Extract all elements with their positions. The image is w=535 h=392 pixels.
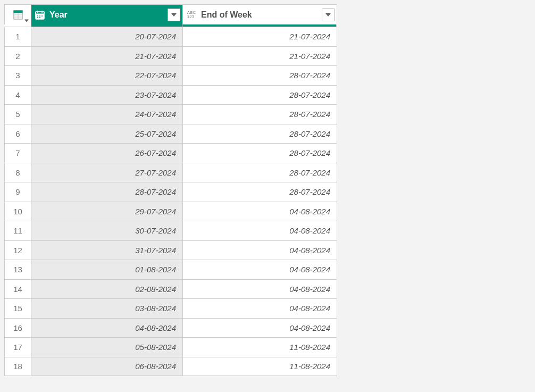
cell-year[interactable]: 25-07-2024: [31, 124, 182, 144]
cell-year[interactable]: 05-08-2024: [31, 337, 182, 357]
table-row[interactable]: 1402-08-202404-08-2024: [4, 279, 337, 299]
table-row[interactable]: 322-07-202428-07-2024: [4, 65, 337, 85]
column-name-end-of-week: End of Week: [200, 10, 322, 20]
chevron-down-icon: [325, 12, 331, 18]
svg-point-13: [41, 15, 43, 16]
cell-year[interactable]: 01-08-2024: [31, 260, 182, 279]
cell-end-of-week[interactable]: 21-07-2024: [182, 46, 337, 66]
table-menu-dropdown-icon[interactable]: [24, 19, 29, 23]
cell-end-of-week[interactable]: 28-07-2024: [182, 182, 337, 202]
svg-point-12: [39, 15, 40, 16]
table-row[interactable]: 726-07-202428-07-2024: [4, 143, 337, 163]
table-row[interactable]: 221-07-202421-07-2024: [4, 46, 337, 66]
row-number[interactable]: 16: [4, 318, 31, 338]
row-number[interactable]: 14: [4, 279, 31, 299]
table-icon: [13, 10, 23, 20]
row-number[interactable]: 11: [4, 221, 31, 240]
row-number[interactable]: 1: [4, 27, 31, 46]
column-header-end-of-week[interactable]: ABC123 End of Week: [182, 4, 337, 24]
row-number[interactable]: 8: [4, 163, 31, 182]
cell-year[interactable]: 21-07-2024: [31, 46, 182, 66]
cell-end-of-week[interactable]: 04-08-2024: [182, 318, 337, 338]
chevron-down-icon: [171, 12, 177, 18]
cell-end-of-week[interactable]: 11-08-2024: [182, 357, 337, 377]
row-number[interactable]: 15: [4, 298, 31, 318]
svg-point-15: [39, 17, 40, 18]
cell-year[interactable]: 28-07-2024: [31, 182, 182, 202]
cell-end-of-week[interactable]: 04-08-2024: [182, 279, 337, 299]
table-row[interactable]: 928-07-202428-07-2024: [4, 182, 337, 202]
row-number[interactable]: 9: [4, 182, 31, 202]
table-row[interactable]: 1604-08-202404-08-2024: [4, 318, 337, 338]
cell-year[interactable]: 04-08-2024: [31, 318, 182, 338]
column-filter-end-of-week[interactable]: [322, 9, 335, 21]
row-number[interactable]: 18: [4, 357, 31, 377]
row-number[interactable]: 3: [4, 65, 31, 85]
cell-end-of-week[interactable]: 11-08-2024: [182, 337, 337, 357]
table-row[interactable]: 524-07-202428-07-2024: [4, 104, 337, 124]
row-number[interactable]: 4: [4, 85, 31, 105]
row-number[interactable]: 12: [4, 240, 31, 260]
cell-year[interactable]: 30-07-2024: [31, 221, 182, 240]
cell-end-of-week[interactable]: 21-07-2024: [182, 27, 337, 46]
cell-year[interactable]: 29-07-2024: [31, 202, 182, 221]
cell-end-of-week[interactable]: 28-07-2024: [182, 104, 337, 124]
cell-year[interactable]: 24-07-2024: [31, 104, 182, 124]
column-name-year: Year: [48, 10, 168, 20]
cell-year[interactable]: 02-08-2024: [31, 279, 182, 299]
svg-rect-7: [36, 12, 44, 14]
row-number[interactable]: 10: [4, 202, 31, 221]
cell-year[interactable]: 23-07-2024: [31, 85, 182, 105]
table-row[interactable]: 625-07-202428-07-2024: [4, 124, 337, 144]
row-number[interactable]: 2: [4, 46, 31, 66]
cell-year[interactable]: 22-07-2024: [31, 65, 182, 85]
table-row[interactable]: 1301-08-202404-08-2024: [4, 260, 337, 279]
column-header-row: Year ABC123 End of Week: [4, 4, 337, 24]
date-type-icon[interactable]: [31, 10, 48, 20]
cell-end-of-week[interactable]: 28-07-2024: [182, 65, 337, 85]
cell-end-of-week[interactable]: 04-08-2024: [182, 202, 337, 221]
row-number[interactable]: 17: [4, 337, 31, 357]
table-row[interactable]: 827-07-202428-07-2024: [4, 163, 337, 182]
cell-end-of-week[interactable]: 04-08-2024: [182, 260, 337, 279]
table-row[interactable]: 1806-08-202411-08-2024: [4, 357, 337, 377]
table-row[interactable]: 120-07-202421-07-2024: [4, 27, 337, 46]
column-filter-year[interactable]: [168, 9, 180, 21]
row-number[interactable]: 7: [4, 143, 31, 163]
row-number[interactable]: 13: [4, 260, 31, 279]
svg-rect-1: [14, 11, 22, 13]
cell-end-of-week[interactable]: 04-08-2024: [182, 298, 337, 318]
cell-year[interactable]: 27-07-2024: [31, 163, 182, 182]
cell-end-of-week[interactable]: 04-08-2024: [182, 221, 337, 240]
cell-end-of-week[interactable]: 28-07-2024: [182, 143, 337, 163]
cell-end-of-week[interactable]: 28-07-2024: [182, 85, 337, 105]
svg-point-14: [37, 17, 38, 18]
cell-end-of-week[interactable]: 28-07-2024: [182, 124, 337, 144]
table-row[interactable]: 1130-07-202404-08-2024: [4, 221, 337, 240]
table-row[interactable]: 1503-08-202404-08-2024: [4, 298, 337, 318]
table-row[interactable]: 1705-08-202411-08-2024: [4, 337, 337, 357]
cell-year[interactable]: 03-08-2024: [31, 298, 182, 318]
cell-end-of-week[interactable]: 28-07-2024: [182, 163, 337, 182]
table-row[interactable]: 423-07-202428-07-2024: [4, 85, 337, 105]
row-number[interactable]: 6: [4, 124, 31, 144]
select-all-corner[interactable]: [4, 4, 31, 24]
svg-marker-16: [171, 13, 177, 16]
cell-year[interactable]: 20-07-2024: [31, 27, 182, 46]
table-row[interactable]: 1231-07-202404-08-2024: [4, 240, 337, 260]
svg-marker-5: [24, 20, 29, 22]
cell-year[interactable]: 26-07-2024: [31, 143, 182, 163]
cell-year[interactable]: 06-08-2024: [31, 357, 182, 377]
any-type-icon[interactable]: ABC123: [183, 11, 200, 19]
data-preview-grid: Year ABC123 End of Week 120-07-202421-07…: [4, 4, 337, 376]
svg-marker-17: [325, 13, 331, 16]
svg-point-11: [37, 15, 38, 16]
cell-end-of-week[interactable]: 04-08-2024: [182, 240, 337, 260]
table-row[interactable]: 1029-07-202404-08-2024: [4, 202, 337, 221]
cell-year[interactable]: 31-07-2024: [31, 240, 182, 260]
row-number[interactable]: 5: [4, 104, 31, 124]
column-header-year[interactable]: Year: [31, 4, 182, 24]
